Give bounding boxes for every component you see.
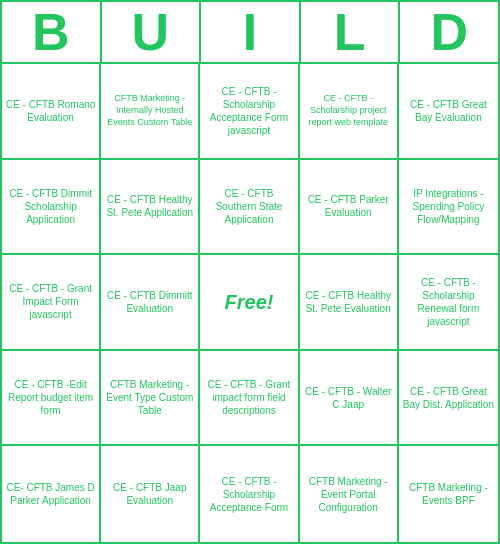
bingo-cell-16[interactable]: CFTB Marketing - Event Type Custom Table	[101, 351, 200, 447]
header-b: B	[2, 2, 102, 64]
bingo-cell-17[interactable]: CE - CFTB - Grant impact form field desc…	[200, 351, 299, 447]
bingo-cell-6[interactable]: CE - CFTB Healthy St. Pete Application	[101, 160, 200, 256]
bingo-cell-9[interactable]: IP Integrations - Spending Policy Flow/M…	[399, 160, 498, 256]
bingo-cell-23[interactable]: CFTB Marketing - Event Portal Configurat…	[300, 446, 399, 542]
bingo-cell-4[interactable]: CE - CFTB Great Bay Evaluation	[399, 64, 498, 160]
bingo-cell-14[interactable]: CE - CFTB - Scholarship Renewal form jav…	[399, 255, 498, 351]
bingo-cell-2[interactable]: CE - CFTB - Scholarship Acceptance Form …	[200, 64, 299, 160]
bingo-cell-3[interactable]: CE - CFTB - Scholarship project report w…	[300, 64, 399, 160]
bingo-cell-8[interactable]: CE - CFTB Parker Evaluation	[300, 160, 399, 256]
bingo-cell-10[interactable]: CE - CFTB - Grant Impact Form javascript	[2, 255, 101, 351]
header-d: D	[400, 2, 498, 64]
bingo-cell-19[interactable]: CE - CFTB Great Bay Dist. Application	[399, 351, 498, 447]
bingo-cell-0[interactable]: CE - CFTB Romano Evaluation	[2, 64, 101, 160]
bingo-cell-20[interactable]: CE- CFTB James D Parker Application	[2, 446, 101, 542]
bingo-cell-22[interactable]: CE - CFTB - Scholarship Acceptance Form	[200, 446, 299, 542]
bingo-cell-12[interactable]: Free!	[200, 255, 299, 351]
bingo-cell-11[interactable]: CE - CFTB Dimmitt Evaluation	[101, 255, 200, 351]
bingo-cell-24[interactable]: CFTB Marketing - Events BPF	[399, 446, 498, 542]
bingo-cell-18[interactable]: CE - CFTB - Walter C Jaap	[300, 351, 399, 447]
bingo-cell-15[interactable]: CE - CFTB -Edit Report budget item form	[2, 351, 101, 447]
header-u: U	[102, 2, 202, 64]
bingo-header: B U I L D	[2, 2, 498, 64]
bingo-cell-13[interactable]: CE - CFTB Healthy St. Pete Evaluation	[300, 255, 399, 351]
header-i: I	[201, 2, 301, 64]
header-l: L	[301, 2, 401, 64]
bingo-card: B U I L D CE - CFTB Romano EvaluationCFT…	[0, 0, 500, 544]
bingo-cell-5[interactable]: CE - CFTB Dimmit Scholarship Application	[2, 160, 101, 256]
bingo-cell-21[interactable]: CE - CFTB Jaap Evaluation	[101, 446, 200, 542]
bingo-grid: CE - CFTB Romano EvaluationCFTB Marketin…	[2, 64, 498, 542]
bingo-cell-7[interactable]: CE - CFTB Southern State Application	[200, 160, 299, 256]
bingo-cell-1[interactable]: CFTB Marketing - Internally Hosted Event…	[101, 64, 200, 160]
